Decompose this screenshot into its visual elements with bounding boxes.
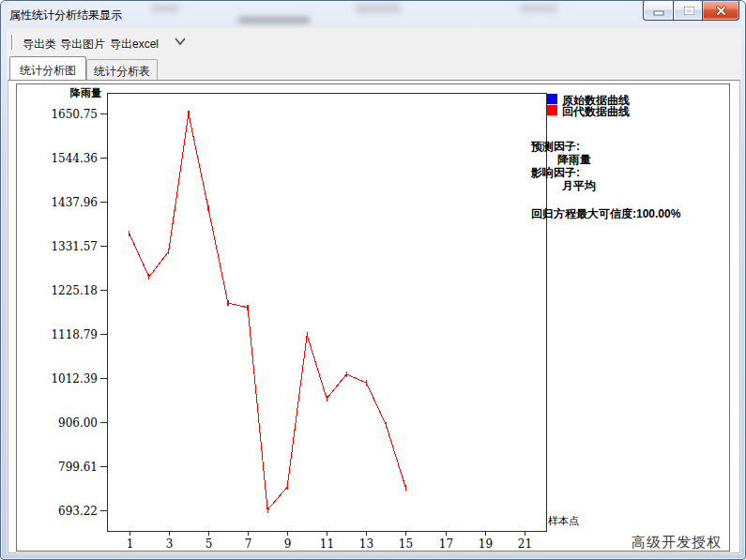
maximize-icon [674,1,702,20]
series-回代数据曲线 [129,114,406,510]
x-tick-label: 17 [439,537,453,551]
y-tick-label: 1650.75 [51,108,98,121]
x-tick-label: 1 [127,537,134,551]
y-tick-label: 693.22 [58,505,98,518]
menu-export-image[interactable]: 导出图片 [60,37,105,53]
tab-statistics-chart[interactable]: 统计分析图 [9,56,86,80]
tab-strip: 统计分析图 统计分析表 [7,54,741,80]
title-bar[interactable]: 属性统计分析结果显示 [1,1,745,28]
tab-page: 1650.751544.361437.961331.571225.181118.… [8,80,740,553]
background-bleed [238,17,310,23]
tab-statistics-table[interactable]: 统计分析表 [86,59,158,80]
y-tick-label: 799.61 [58,461,98,474]
x-tick-label: 13 [359,537,373,551]
close-icon [703,1,738,20]
license-text: 高级开发授权 [632,534,722,552]
y-tick-label: 1012.39 [51,372,98,386]
minimize-icon [644,1,673,20]
x-tick-label: 9 [284,537,292,551]
menu-export-class[interactable]: 导出类 [23,37,56,53]
confidence-text: 回归方程最大可信度:100.00% [531,206,680,222]
x-tick-label: 19 [479,537,493,551]
x-tick-label: 15 [399,537,413,551]
y-tick-label: 1544.36 [51,152,98,165]
background-bleed [520,5,557,12]
legend-label-regression: 回代数据曲线 [562,104,630,120]
toolbar: 导出类 导出图片 导出excel [7,28,741,54]
x-tick-label: 7 [245,537,252,551]
series-原始数据曲线 [129,114,406,510]
y-axis-title: 降雨量 [70,86,101,100]
menu-export-excel[interactable]: 导出excel [110,37,159,53]
close-button[interactable] [703,1,739,21]
x-tick-label: 21 [518,537,532,551]
x-tick-label: 11 [320,537,334,551]
minimize-button[interactable] [643,1,673,21]
window-controls [643,1,739,22]
x-tick-label: 5 [206,537,213,551]
y-tick-label: 1331.57 [51,240,98,253]
y-tick-label: 1118.79 [51,328,98,341]
line-chart: 1650.751544.361437.961331.571225.181118.… [17,84,729,551]
plot-border [108,94,547,532]
background-bleed [356,4,401,13]
chevron-down-icon[interactable] [174,37,187,46]
y-tick-label: 1225.18 [51,284,98,297]
x-axis-title: 样本点 [548,514,579,528]
chart-panel: 1650.751544.361437.961331.571225.181118.… [16,83,730,552]
x-tick-label: 3 [166,537,174,551]
dialog-window: 属性统计分析结果显示 [0,0,746,560]
legend-swatch-regression [547,105,557,115]
maximize-button[interactable] [673,1,703,21]
legend-swatch-original [547,94,557,104]
background-bleed [151,5,179,12]
y-tick-label: 906.00 [58,416,98,430]
window-title: 属性统计分析结果显示 [9,8,122,23]
y-tick-label: 1437.96 [51,196,98,209]
client-area: 导出类 导出图片 导出excel 统计分析图 统计分析表 1650.751544… [7,28,741,554]
factor-value: 月平均 [562,178,596,194]
toolbar-grip[interactable] [11,35,14,50]
